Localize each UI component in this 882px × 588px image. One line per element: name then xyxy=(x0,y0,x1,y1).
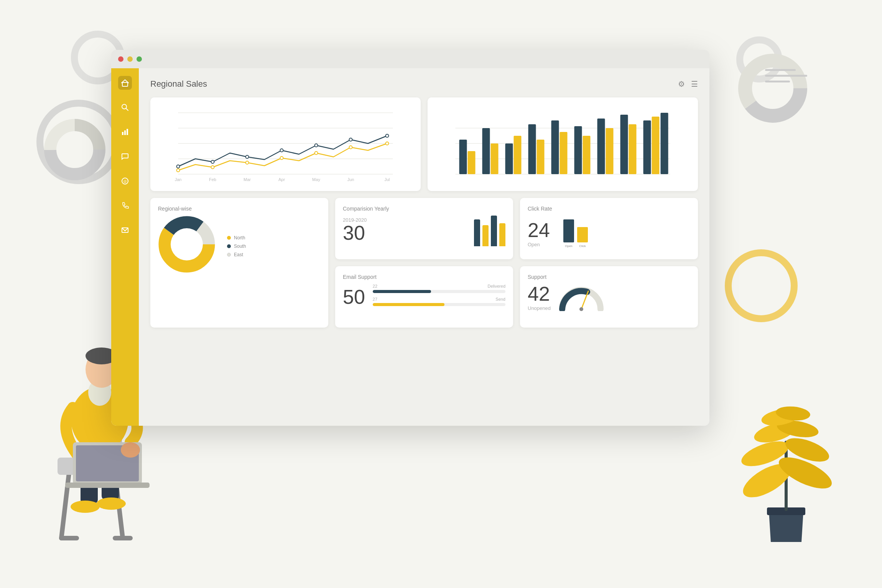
legend-text-north: North xyxy=(234,235,245,240)
svg-point-58 xyxy=(315,152,318,155)
sidebar-item-chat[interactable] xyxy=(118,150,132,163)
svg-point-50 xyxy=(280,149,283,152)
gear-decoration-right xyxy=(725,249,798,322)
sidebar-item-search[interactable] xyxy=(118,100,132,114)
support-card: Support 42 Unopened xyxy=(520,266,698,328)
svg-rect-77 xyxy=(514,136,522,174)
support-number-area: 42 Unopened xyxy=(528,284,551,311)
svg-rect-38 xyxy=(127,129,128,135)
gear-decoration-left xyxy=(36,100,121,184)
sidebar-item-mail[interactable] xyxy=(118,223,132,237)
legend-text-south: South xyxy=(234,244,246,249)
svg-text:Mar: Mar xyxy=(244,177,251,182)
svg-point-100 xyxy=(579,307,583,311)
svg-text:Jul: Jul xyxy=(384,177,390,182)
svg-rect-76 xyxy=(505,143,513,174)
legend-item-east: East xyxy=(227,252,246,257)
click-rate-value: 24 xyxy=(528,220,550,240)
delivered-track xyxy=(373,290,505,293)
send-name: Send xyxy=(495,297,505,301)
svg-point-57 xyxy=(280,156,283,160)
legend-dot-north xyxy=(227,236,231,240)
svg-point-49 xyxy=(246,155,249,158)
svg-rect-80 xyxy=(551,120,559,174)
menu-icon[interactable]: ☰ xyxy=(691,79,698,89)
sidebar-item-charts[interactable] xyxy=(118,125,132,139)
svg-line-35 xyxy=(126,109,128,111)
support-content: 42 Unopened xyxy=(528,284,690,311)
sidebar-item-phone[interactable] xyxy=(118,199,132,212)
close-dot[interactable] xyxy=(118,56,123,62)
svg-text:Open: Open xyxy=(565,244,573,248)
click-rate-number-area: 24 Open xyxy=(528,220,550,247)
click-rate-svg: Open Click xyxy=(558,216,600,250)
click-rate-chart-area: Open Click xyxy=(558,216,600,252)
click-rate-card: Click Rate 24 Open xyxy=(520,198,698,259)
svg-rect-36 xyxy=(122,132,123,135)
svg-rect-73 xyxy=(468,151,476,174)
svg-rect-84 xyxy=(597,119,605,174)
mini-bar-1 xyxy=(474,219,480,246)
svg-rect-87 xyxy=(629,124,637,174)
browser-content: @ Regional Sales ⚙ ☰ xyxy=(111,68,709,426)
line-chart-card: Jan Feb Mar Apr May Jun Jul xyxy=(150,97,421,191)
pie-decoration-left xyxy=(44,119,105,180)
sidebar-item-home[interactable] xyxy=(118,76,132,90)
svg-text:Jun: Jun xyxy=(347,177,354,182)
svg-point-29 xyxy=(752,419,797,446)
sidebar: @ xyxy=(111,68,139,426)
svg-point-25 xyxy=(738,457,796,504)
support-sublabel: Unopened xyxy=(528,305,551,311)
svg-point-18 xyxy=(97,497,126,510)
svg-point-2 xyxy=(50,125,99,174)
svg-point-55 xyxy=(211,166,214,169)
svg-point-26 xyxy=(775,451,836,495)
svg-point-1 xyxy=(50,125,99,174)
comparison-mini-bars xyxy=(474,216,505,246)
svg-rect-81 xyxy=(560,132,568,174)
svg-rect-83 xyxy=(583,136,591,174)
middle-column: Comparision Yearly 2019-2020 30 xyxy=(335,198,513,328)
svg-rect-96 xyxy=(577,227,588,242)
svg-rect-86 xyxy=(620,115,628,174)
maximize-dot[interactable] xyxy=(137,56,142,62)
gear-decoration-top-right xyxy=(736,36,782,82)
svg-point-47 xyxy=(177,165,180,168)
bar-chart-svg xyxy=(435,105,690,182)
svg-point-28 xyxy=(782,433,832,466)
legend-item-north: North xyxy=(227,235,246,240)
svg-point-60 xyxy=(386,142,389,145)
svg-point-4 xyxy=(745,61,800,116)
svg-text:Click: Click xyxy=(579,244,586,248)
browser-titlebar xyxy=(111,50,709,68)
email-support-card: Email Support 50 22 Delivered xyxy=(335,266,513,328)
svg-rect-74 xyxy=(482,128,490,174)
svg-rect-79 xyxy=(537,140,545,174)
svg-text:May: May xyxy=(312,177,320,182)
settings-icon[interactable]: ⚙ xyxy=(678,79,685,89)
svg-point-12 xyxy=(88,379,111,406)
line-chart-svg: Jan Feb Mar Apr May Jun Jul xyxy=(158,105,413,182)
comparison-text: 2019-2020 30 xyxy=(343,216,466,243)
svg-rect-90 xyxy=(661,113,668,174)
svg-rect-95 xyxy=(563,219,574,242)
delivered-label: 22 xyxy=(373,284,377,288)
email-support-value: 50 xyxy=(343,287,365,307)
mini-bar-4 xyxy=(499,223,505,246)
svg-rect-22 xyxy=(65,483,150,488)
sidebar-item-email[interactable]: @ xyxy=(118,174,132,188)
svg-text:Feb: Feb xyxy=(209,177,216,182)
minimize-dot[interactable] xyxy=(127,56,133,62)
email-support-content: 50 22 Delivered xyxy=(343,284,505,310)
delivered-fill xyxy=(373,290,431,293)
click-rate-sublabel: Open xyxy=(528,242,550,247)
comparison-label: Comparision Yearly xyxy=(343,206,505,212)
svg-point-52 xyxy=(349,138,352,141)
svg-rect-16 xyxy=(102,450,119,500)
send-label: 27 xyxy=(373,297,377,301)
svg-point-32 xyxy=(775,405,811,422)
email-support-bars: 22 Delivered 27 xyxy=(373,284,505,310)
svg-rect-20 xyxy=(76,445,139,481)
send-bar-container: 27 Send xyxy=(373,297,505,306)
regional-label: Regional-wise xyxy=(158,206,321,212)
